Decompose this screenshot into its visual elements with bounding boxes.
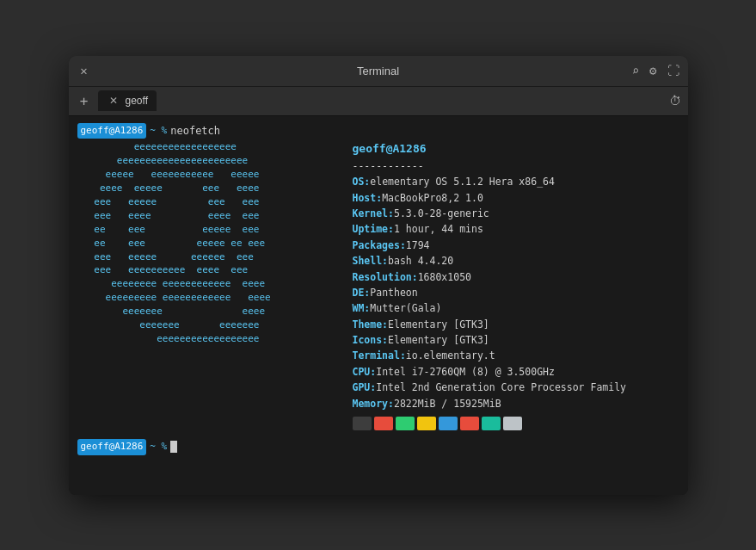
- neofetch-output: eeeeeeeeeeeeeeeeee eeeeeeeeeeeeeeeeeeeee…: [77, 140, 679, 430]
- sysinfo-value: Mutter(Gala): [370, 300, 441, 316]
- sysinfo-line: Uptime: 1 hour, 44 mins: [353, 221, 679, 237]
- sysinfo-label: Theme:: [353, 317, 389, 332]
- sysinfo-line: Kernel: 5.3.0-28-generic: [353, 206, 679, 221]
- sysinfo-value: MacBookPro8,2 1.0: [382, 190, 483, 206]
- sysinfo-label: Resolution:: [353, 269, 418, 285]
- sysinfo-line: Host: MacBookPro8,2 1.0: [353, 190, 679, 206]
- sysinfo-line: GPU: Intel 2nd Generation Core Processor…: [353, 380, 679, 395]
- sysinfo-label: Uptime:: [353, 221, 394, 237]
- sysinfo-line: Terminal: io.elementary.t: [353, 348, 679, 363]
- sysinfo-value: 1794: [406, 238, 430, 253]
- color-swatch: [439, 417, 458, 430]
- titlebar: ✕ Terminal ⌕ ⚙ ⛶: [69, 56, 688, 87]
- sysinfo-label: Memory:: [353, 396, 394, 411]
- sysinfo-label: Icons:: [353, 332, 389, 348]
- sysinfo-value: elementary OS 5.1.2 Hera x86_64: [370, 174, 555, 189]
- tabbar: + ✕ geoff ⏱: [69, 87, 688, 116]
- tabbar-left: + ✕ geoff: [76, 90, 157, 111]
- color-swatch: [417, 417, 436, 430]
- sysinfo-value: Elementary [GTK3]: [388, 332, 489, 348]
- titlebar-right: ⌕ ⚙ ⛶: [632, 64, 679, 77]
- sysinfo-value: io.elementary.t: [406, 348, 495, 363]
- sysinfo-value: Elementary [GTK3]: [388, 317, 489, 332]
- sysinfo-line: Packages: 1794: [353, 238, 679, 253]
- sysinfo-value: 1680x1050: [418, 269, 471, 285]
- sysinfo-line: Resolution: 1680x1050: [353, 269, 679, 285]
- sysinfo-label: Terminal:: [353, 348, 406, 363]
- bottom-prompt-user: geoff@A1286: [77, 439, 147, 455]
- sysinfo-line: Theme: Elementary [GTK3]: [353, 317, 679, 332]
- tab-geoff[interactable]: ✕ geoff: [98, 90, 157, 111]
- color-swatch: [460, 417, 479, 430]
- sysinfo-panel: geoff@A1286 ------------ OS: elementary …: [353, 140, 679, 430]
- tab-label: geoff: [126, 95, 148, 107]
- sysinfo-label: Shell:: [353, 253, 389, 269]
- sysinfo-line: Memory: 2822MiB / 15925MiB: [353, 396, 679, 411]
- sysinfo-line: DE: Pantheon: [353, 285, 679, 300]
- color-swatch: [503, 417, 522, 430]
- search-icon[interactable]: ⌕: [632, 64, 639, 77]
- tab-close-button[interactable]: ✕: [107, 94, 120, 108]
- terminal-window: ✕ Terminal ⌕ ⚙ ⛶ + ✕ geoff ⏱ geoff@A1286…: [69, 56, 688, 495]
- sysinfo-username: geoff@A1286: [353, 140, 679, 158]
- sysinfo-lines: OS: elementary OS 5.1.2 Hera x86_64Host:…: [353, 174, 679, 411]
- sysinfo-value: Pantheon: [370, 285, 417, 300]
- color-swatch: [374, 417, 393, 430]
- new-tab-button[interactable]: +: [76, 92, 93, 109]
- prompt-user-top: geoff@A1286: [77, 123, 147, 139]
- sysinfo-label: OS:: [353, 174, 371, 189]
- sysinfo-label: Kernel:: [353, 206, 394, 221]
- sysinfo-label: Packages:: [353, 238, 406, 253]
- sysinfo-line: Icons: Elementary [GTK3]: [353, 332, 679, 348]
- color-swatch: [396, 417, 415, 430]
- expand-icon[interactable]: ⛶: [667, 64, 679, 77]
- close-button[interactable]: ✕: [77, 64, 91, 77]
- terminal-body[interactable]: geoff@A1286 ~ % neofetch eeeeeeeeeeeeeee…: [69, 116, 688, 495]
- sysinfo-value: bash 4.4.20: [388, 253, 453, 269]
- ascii-art: eeeeeeeeeeeeeeeeee eeeeeeeeeeeeeeeeeeeee…: [77, 140, 335, 430]
- sysinfo-label: WM:: [353, 300, 371, 316]
- sysinfo-value: 1 hour, 44 mins: [394, 221, 483, 237]
- color-swatch: [482, 417, 501, 430]
- sysinfo-value: Intel 2nd Generation Core Processor Fami…: [376, 380, 626, 395]
- prompt-tilde-top: ~ %: [150, 124, 167, 139]
- sysinfo-value: 5.3.0-28-generic: [394, 206, 489, 221]
- cursor: [170, 441, 177, 453]
- sysinfo-label: DE:: [353, 285, 371, 300]
- bottom-prompt-symbol: ~ %: [150, 440, 167, 454]
- sysinfo-line: WM: Mutter(Gala): [353, 300, 679, 316]
- tab-history-button[interactable]: ⏱: [669, 94, 681, 108]
- titlebar-left: ✕: [77, 64, 91, 77]
- sysinfo-line: OS: elementary OS 5.1.2 Hera x86_64: [353, 174, 679, 189]
- sysinfo-separator: ------------: [353, 158, 679, 174]
- color-swatches: [353, 417, 679, 430]
- sysinfo-line: CPU: Intel i7-2760QM (8) @ 3.500GHz: [353, 364, 679, 380]
- command-text: neofetch: [170, 123, 220, 139]
- sysinfo-line: Shell: bash 4.4.20: [353, 253, 679, 269]
- window-title: Terminal: [357, 65, 399, 77]
- sysinfo-label: Host:: [353, 190, 383, 206]
- sysinfo-value: Intel i7-2760QM (8) @ 3.500GHz: [376, 364, 555, 380]
- settings-icon[interactable]: ⚙: [649, 64, 656, 77]
- color-swatch: [353, 417, 372, 430]
- sysinfo-label: CPU:: [353, 364, 377, 380]
- bottom-prompt-line: geoff@A1286 ~ %: [77, 439, 679, 455]
- sysinfo-label: GPU:: [353, 380, 377, 395]
- sysinfo-value: 2822MiB / 15925MiB: [394, 396, 501, 411]
